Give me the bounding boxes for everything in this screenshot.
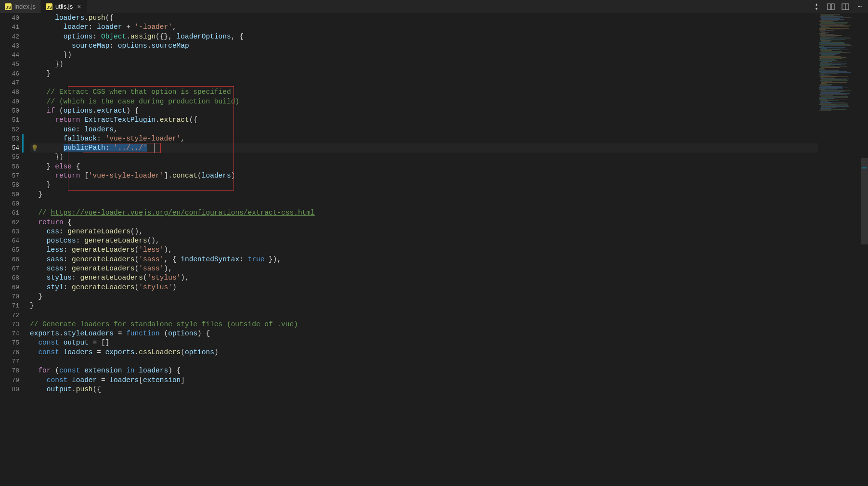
line-number: 69 xyxy=(0,283,19,292)
code-line[interactable]: loaders.push({ xyxy=(30,13,868,23)
line-number: 68 xyxy=(0,273,19,282)
scrollbar-thumb[interactable] xyxy=(861,158,868,244)
line-number: 71 xyxy=(0,301,19,310)
code-line[interactable] xyxy=(30,78,868,88)
line-number: 57 xyxy=(0,171,19,180)
js-file-icon: JS xyxy=(5,3,12,10)
code-line[interactable]: if (options.extract) { xyxy=(30,106,868,115)
code-line[interactable]: } xyxy=(30,69,868,78)
line-number: 53 xyxy=(0,134,19,143)
code-line[interactable]: postcss: generateLoaders(), xyxy=(30,236,868,245)
line-number: 47 xyxy=(0,78,19,88)
code-line[interactable]: options: Object.assign({}, loaderOptions… xyxy=(30,32,868,41)
line-number: 40 xyxy=(0,13,19,23)
line-number: 41 xyxy=(0,23,19,32)
code-line[interactable]: for (const extension in loaders) { xyxy=(30,366,868,375)
code-line[interactable]: return ExtractTextPlugin.extract({ xyxy=(30,115,868,125)
line-number: 58 xyxy=(0,180,19,190)
line-number: 78 xyxy=(0,366,19,375)
code-line[interactable]: styl: generateLoaders('stylus') xyxy=(30,283,868,292)
code-line[interactable]: stylus: generateLoaders('stylus'), xyxy=(30,273,868,282)
code-line[interactable]: exports.styleLoaders = function (options… xyxy=(30,329,868,338)
line-number: 43 xyxy=(0,41,19,51)
svg-rect-1 xyxy=(831,4,834,10)
line-number: 63 xyxy=(0,227,19,236)
line-number: 49 xyxy=(0,97,19,106)
code-line[interactable]: publicPath: '../../' xyxy=(30,143,868,153)
code-line[interactable]: loader: loader + '-loader', xyxy=(30,23,868,32)
code-line[interactable]: } xyxy=(30,301,868,310)
code-line[interactable] xyxy=(30,199,868,208)
code-line[interactable]: // https://vue-loader.vuejs.org/en/confi… xyxy=(30,208,868,217)
close-icon[interactable]: × xyxy=(76,3,82,10)
line-number: 60 xyxy=(0,199,19,208)
line-number: 56 xyxy=(0,162,19,171)
code-line[interactable]: output.push({ xyxy=(30,385,868,394)
line-number: 67 xyxy=(0,264,19,273)
code-line[interactable]: return { xyxy=(30,218,868,227)
tab-index-js[interactable]: JS index.js xyxy=(0,0,41,13)
line-number: 55 xyxy=(0,153,19,162)
line-number: 50 xyxy=(0,106,19,115)
more-actions-icon[interactable]: ⋯ xyxy=(855,2,864,11)
open-changes-icon[interactable] xyxy=(827,2,835,11)
line-number: 52 xyxy=(0,125,19,134)
line-number: 51 xyxy=(0,115,19,125)
line-number: 77 xyxy=(0,357,19,366)
code-line[interactable] xyxy=(30,311,868,320)
svg-rect-0 xyxy=(828,4,830,10)
line-number: 72 xyxy=(0,311,19,320)
code-line[interactable]: less: generateLoaders('less'), xyxy=(30,245,868,255)
compare-changes-icon[interactable] xyxy=(812,2,821,11)
tab-bar: JS index.js JS utils.js × ⋯ xyxy=(0,0,868,13)
line-number: 76 xyxy=(0,348,19,357)
code-line[interactable]: // Extract CSS when that option is speci… xyxy=(30,88,868,97)
code-line[interactable]: sourceMap: options.sourceMap xyxy=(30,41,868,51)
code-area[interactable]: loaders.push({ loader: loader + '-loader… xyxy=(28,13,868,486)
code-line[interactable] xyxy=(30,357,868,366)
code-line[interactable]: }) xyxy=(30,153,868,162)
code-line[interactable]: use: loaders, xyxy=(30,125,868,134)
line-number: 66 xyxy=(0,255,19,264)
code-line[interactable]: const output = [] xyxy=(30,338,868,347)
line-number: 42 xyxy=(0,32,19,41)
code-line[interactable]: // Generate loaders for standalone style… xyxy=(30,320,868,329)
line-number: 45 xyxy=(0,60,19,69)
scroll-change-marker xyxy=(862,167,867,168)
line-number: 80 xyxy=(0,385,19,394)
code-line[interactable]: fallback: 'vue-style-loader', xyxy=(30,134,868,143)
line-number: 79 xyxy=(0,376,19,385)
line-number: 70 xyxy=(0,292,19,301)
code-line[interactable]: }) xyxy=(30,51,868,60)
editor[interactable]: 💡 40414243444546474849505152535455565758… xyxy=(0,13,868,486)
code-line[interactable]: }) xyxy=(30,60,868,69)
code-line[interactable]: return ['vue-style-loader'].concat(loade… xyxy=(30,171,868,180)
code-line[interactable]: const loaders = exports.cssLoaders(optio… xyxy=(30,348,868,357)
code-line[interactable]: } xyxy=(30,180,868,190)
tab-utils-js[interactable]: JS utils.js × xyxy=(41,0,88,13)
text-cursor xyxy=(154,143,155,153)
line-number: 74 xyxy=(0,329,19,338)
code-line[interactable]: } xyxy=(30,190,868,199)
line-number: 54 xyxy=(0,143,19,153)
minimap[interactable] xyxy=(818,13,861,486)
line-number: 59 xyxy=(0,190,19,199)
line-number: 48 xyxy=(0,88,19,97)
code-line[interactable]: const loader = loaders[extension] xyxy=(30,376,868,385)
code-line[interactable]: } xyxy=(30,292,868,301)
line-number: 75 xyxy=(0,338,19,347)
vertical-scrollbar[interactable] xyxy=(861,13,868,486)
code-line[interactable]: css: generateLoaders(), xyxy=(30,227,868,236)
split-editor-icon[interactable] xyxy=(841,2,850,11)
line-number: 73 xyxy=(0,320,19,329)
line-number: 46 xyxy=(0,69,19,78)
code-line[interactable]: } else { xyxy=(30,162,868,171)
tab-label: utils.js xyxy=(55,3,73,10)
line-number: 65 xyxy=(0,245,19,255)
code-line[interactable]: // (which is the case during production … xyxy=(30,97,868,106)
js-file-icon: JS xyxy=(46,3,52,10)
code-line[interactable]: sass: generateLoaders('sass', { indented… xyxy=(30,255,868,264)
line-number: 61 xyxy=(0,208,19,217)
line-number: 62 xyxy=(0,218,19,227)
code-line[interactable]: scss: generateLoaders('sass'), xyxy=(30,264,868,273)
